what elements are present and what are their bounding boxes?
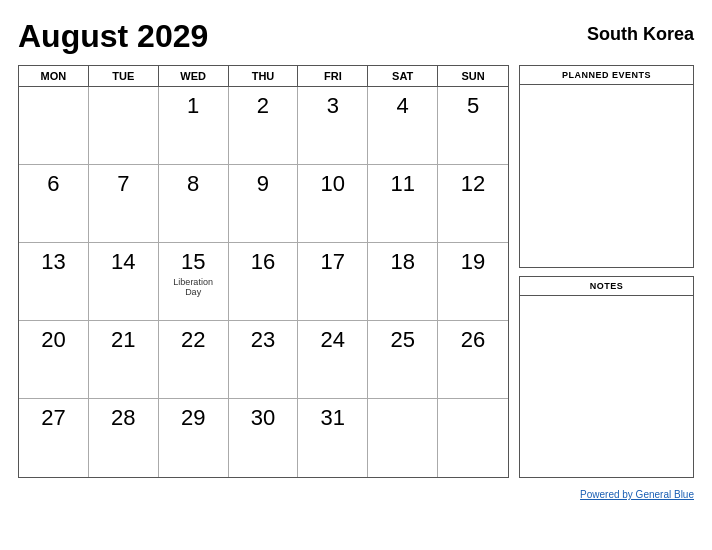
day-number: 5 bbox=[467, 93, 479, 119]
calendar-cell: 27 bbox=[19, 399, 89, 477]
day-number: 2 bbox=[257, 93, 269, 119]
day-number: 14 bbox=[111, 249, 135, 275]
calendar-cell: 14 bbox=[89, 243, 159, 321]
calendar-cell bbox=[19, 87, 89, 165]
calendar-cell: 19 bbox=[438, 243, 508, 321]
calendar-cell bbox=[89, 87, 159, 165]
calendar-cell: 22 bbox=[159, 321, 229, 399]
calendar-cell: 7 bbox=[89, 165, 159, 243]
day-number: 22 bbox=[181, 327, 205, 353]
calendar-cell: 9 bbox=[229, 165, 299, 243]
day-number: 6 bbox=[47, 171, 59, 197]
calendar-cell: 23 bbox=[229, 321, 299, 399]
day-number: 28 bbox=[111, 405, 135, 431]
calendar-container: August 2029 South Korea MONTUEWEDTHUFRIS… bbox=[0, 0, 712, 550]
powered-by-link[interactable]: Powered by General Blue bbox=[580, 489, 694, 500]
calendar-cell: 2 bbox=[229, 87, 299, 165]
notes-box: NOTES bbox=[519, 276, 694, 479]
day-number: 23 bbox=[251, 327, 275, 353]
calendar-cell: 26 bbox=[438, 321, 508, 399]
planned-events-title: PLANNED EVENTS bbox=[520, 66, 693, 85]
day-number: 12 bbox=[461, 171, 485, 197]
calendar-cell: 17 bbox=[298, 243, 368, 321]
planned-events-content bbox=[520, 85, 693, 205]
calendar-cell: 10 bbox=[298, 165, 368, 243]
footer: Powered by General Blue bbox=[18, 484, 694, 502]
calendar-cell: 4 bbox=[368, 87, 438, 165]
day-number: 10 bbox=[321, 171, 345, 197]
main-layout: MONTUEWEDTHUFRISATSUN 123456789101112131… bbox=[18, 65, 694, 478]
notes-content bbox=[520, 296, 693, 416]
day-number: 19 bbox=[461, 249, 485, 275]
calendar-cell: 6 bbox=[19, 165, 89, 243]
calendar-cell: 5 bbox=[438, 87, 508, 165]
day-number: 8 bbox=[187, 171, 199, 197]
calendar-cell: 24 bbox=[298, 321, 368, 399]
day-header: SUN bbox=[438, 66, 508, 86]
day-number: 24 bbox=[321, 327, 345, 353]
day-number: 13 bbox=[41, 249, 65, 275]
calendar-cell: 13 bbox=[19, 243, 89, 321]
calendar-cell: 8 bbox=[159, 165, 229, 243]
day-number: 30 bbox=[251, 405, 275, 431]
calendar-cell bbox=[438, 399, 508, 477]
calendar-cell: 25 bbox=[368, 321, 438, 399]
planned-events-box: PLANNED EVENTS bbox=[519, 65, 694, 268]
day-number: 4 bbox=[397, 93, 409, 119]
notes-title: NOTES bbox=[520, 277, 693, 296]
day-number: 26 bbox=[461, 327, 485, 353]
day-number: 25 bbox=[390, 327, 414, 353]
day-number: 9 bbox=[257, 171, 269, 197]
day-number: 3 bbox=[327, 93, 339, 119]
day-header: THU bbox=[229, 66, 299, 86]
calendar-cell: 21 bbox=[89, 321, 159, 399]
day-number: 31 bbox=[321, 405, 345, 431]
calendar-grid: 123456789101112131415Liberation Day16171… bbox=[19, 87, 508, 477]
calendar-cell bbox=[368, 399, 438, 477]
sidebar: PLANNED EVENTS NOTES bbox=[519, 65, 694, 478]
day-number: 11 bbox=[390, 171, 414, 197]
day-number: 16 bbox=[251, 249, 275, 275]
day-number: 17 bbox=[321, 249, 345, 275]
calendar-cell: 3 bbox=[298, 87, 368, 165]
calendar-cell: 12 bbox=[438, 165, 508, 243]
day-number: 20 bbox=[41, 327, 65, 353]
calendar-cell: 20 bbox=[19, 321, 89, 399]
event-label: Liberation Day bbox=[167, 277, 220, 297]
month-title: August 2029 bbox=[18, 18, 208, 55]
day-header: TUE bbox=[89, 66, 159, 86]
day-header: MON bbox=[19, 66, 89, 86]
day-header: WED bbox=[159, 66, 229, 86]
calendar-cell: 11 bbox=[368, 165, 438, 243]
calendar-cell: 31 bbox=[298, 399, 368, 477]
calendar-cell: 18 bbox=[368, 243, 438, 321]
calendar-cell: 28 bbox=[89, 399, 159, 477]
day-number: 7 bbox=[117, 171, 129, 197]
day-header: FRI bbox=[298, 66, 368, 86]
calendar-section: MONTUEWEDTHUFRISATSUN 123456789101112131… bbox=[18, 65, 509, 478]
calendar-cell: 16 bbox=[229, 243, 299, 321]
country-title: South Korea bbox=[587, 24, 694, 45]
day-number: 18 bbox=[390, 249, 414, 275]
day-number: 1 bbox=[187, 93, 199, 119]
day-number: 15 bbox=[181, 249, 205, 275]
calendar-cell: 1 bbox=[159, 87, 229, 165]
day-number: 21 bbox=[111, 327, 135, 353]
day-number: 29 bbox=[181, 405, 205, 431]
calendar-cell: 29 bbox=[159, 399, 229, 477]
day-number: 27 bbox=[41, 405, 65, 431]
calendar-cell: 30 bbox=[229, 399, 299, 477]
day-header: SAT bbox=[368, 66, 438, 86]
calendar-cell: 15Liberation Day bbox=[159, 243, 229, 321]
day-headers: MONTUEWEDTHUFRISATSUN bbox=[19, 66, 508, 87]
header-row: August 2029 South Korea bbox=[18, 18, 694, 55]
